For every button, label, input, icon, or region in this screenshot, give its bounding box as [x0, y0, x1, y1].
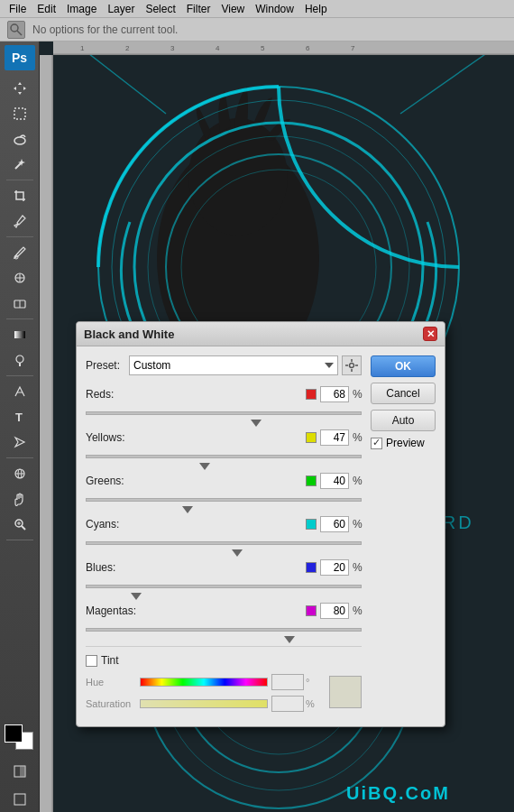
tint-checkbox[interactable]	[86, 655, 97, 667]
saturation-unit: %	[306, 698, 318, 709]
svg-line-1	[17, 31, 22, 35]
tool-sep-6	[6, 540, 33, 540]
preset-settings-icon[interactable]	[342, 355, 362, 375]
slider-magentas-label: Magentas:	[86, 604, 142, 617]
tool-eyedropper[interactable]	[6, 209, 33, 233]
svg-text:2: 2	[125, 44, 130, 52]
preview-label: Preview	[386, 437, 425, 449]
cancel-button[interactable]: Cancel	[371, 383, 436, 404]
toolbox: Ps	[0, 42, 40, 812]
tint-color-preview[interactable]	[329, 676, 362, 708]
hue-slider-track[interactable]	[140, 678, 268, 687]
menu-help[interactable]: Help	[299, 1, 333, 17]
tool-crop[interactable]	[6, 184, 33, 208]
tool-hand[interactable]	[6, 487, 33, 511]
tool-gradient[interactable]	[6, 323, 33, 346]
preset-select[interactable]: Custom	[129, 355, 338, 375]
tint-label: Tint	[101, 654, 119, 667]
tool-brush[interactable]	[6, 241, 33, 264]
tool-clone[interactable]	[6, 266, 33, 290]
tool-sep-5	[6, 457, 33, 458]
saturation-value[interactable]	[271, 696, 304, 712]
hue-row: Hue °	[86, 674, 318, 690]
slider-greens-color[interactable]	[306, 475, 317, 486]
svg-text:1: 1	[80, 44, 85, 52]
slider-yellows-track[interactable]	[86, 448, 362, 466]
tool-type[interactable]: T	[6, 405, 33, 429]
saturation-label: Saturation	[86, 698, 140, 709]
main-layout: Ps	[0, 42, 514, 812]
slider-cyans-track[interactable]	[86, 534, 362, 552]
menu-view[interactable]: View	[216, 1, 250, 17]
slider-cyans: Cyans: %	[86, 516, 362, 552]
tool-pen[interactable]	[6, 380, 33, 403]
svg-text:6: 6	[306, 44, 310, 52]
tool-lasso[interactable]	[6, 127, 33, 151]
hue-unit: °	[306, 677, 318, 687]
tool-screen-mode[interactable]	[6, 788, 33, 811]
menu-edit[interactable]: Edit	[32, 1, 61, 17]
slider-yellows: Yellows: %	[86, 429, 362, 466]
menu-select[interactable]: Select	[140, 1, 180, 17]
tool-3d[interactable]	[6, 462, 33, 485]
options-text: No options for the current tool.	[32, 23, 178, 36]
tool-eraser[interactable]	[6, 291, 33, 315]
svg-rect-26	[14, 794, 25, 805]
slider-magentas: Magentas: %	[86, 603, 362, 639]
slider-magentas-track[interactable]	[86, 621, 362, 639]
tool-zoom[interactable]	[6, 512, 33, 536]
preview-row: Preview	[371, 437, 436, 449]
menu-filter[interactable]: Filter	[181, 1, 216, 17]
menu-image[interactable]: Image	[61, 1, 102, 17]
slider-greens: Greens: %	[86, 473, 362, 509]
slider-reds-percent: %	[353, 388, 362, 401]
slider-cyans-value[interactable]	[320, 516, 349, 532]
slider-magentas-value[interactable]	[320, 603, 349, 619]
ok-button[interactable]: OK	[371, 355, 436, 377]
canvas-area: SWORD Co UiBQ.CoM 1 2 3 4 5 6 7	[40, 42, 514, 812]
slider-yellows-label: Yellows:	[86, 431, 142, 444]
slider-blues-value[interactable]	[320, 559, 349, 576]
svg-point-13	[16, 355, 23, 363]
current-tool-icon	[7, 21, 25, 39]
slider-magentas-color[interactable]	[306, 605, 317, 616]
slider-reds-color[interactable]	[306, 389, 317, 400]
svg-point-55	[350, 364, 354, 368]
slider-reds-track[interactable]	[86, 404, 362, 422]
slider-reds-value[interactable]	[320, 386, 349, 402]
slider-blues-color[interactable]	[306, 562, 317, 573]
tool-magic-wand[interactable]	[6, 152, 33, 176]
hue-value[interactable]	[271, 674, 304, 690]
saturation-slider-track[interactable]	[140, 699, 268, 708]
options-bar: No options for the current tool.	[0, 18, 514, 42]
saturation-row: Saturation %	[86, 696, 318, 712]
dialog-body: Preset: Custom	[77, 346, 445, 726]
dialog-close-button[interactable]: ✕	[423, 327, 437, 341]
slider-greens-track[interactable]	[86, 491, 362, 509]
slider-cyans-color[interactable]	[306, 519, 317, 530]
tool-sep-4	[6, 375, 33, 376]
color-swatches[interactable]	[5, 724, 35, 752]
ps-logo: Ps	[5, 45, 35, 70]
foreground-color[interactable]	[5, 724, 23, 743]
svg-text:3: 3	[170, 44, 175, 52]
menu-window[interactable]: Window	[250, 1, 299, 17]
tool-marquee[interactable]	[6, 102, 33, 125]
tool-move[interactable]	[6, 77, 33, 100]
auto-button[interactable]: Auto	[371, 410, 436, 431]
slider-yellows-value[interactable]	[320, 429, 349, 446]
tool-dodge[interactable]	[6, 348, 33, 372]
tool-sep-1	[6, 180, 33, 180]
slider-yellows-color[interactable]	[306, 432, 317, 443]
preview-checkbox[interactable]	[371, 438, 382, 449]
tint-controls: Hue ° Saturation %	[86, 674, 362, 717]
slider-blues-label: Blues:	[86, 561, 142, 574]
tool-quick-mask[interactable]	[6, 760, 33, 783]
tool-path-select[interactable]	[6, 430, 33, 454]
menu-file[interactable]: File	[4, 1, 32, 17]
slider-greens-value[interactable]	[320, 473, 349, 489]
svg-text:T: T	[15, 411, 23, 424]
slider-reds-label: Reds:	[86, 388, 142, 401]
slider-blues-track[interactable]	[86, 577, 362, 595]
menu-layer[interactable]: Layer	[102, 1, 140, 17]
